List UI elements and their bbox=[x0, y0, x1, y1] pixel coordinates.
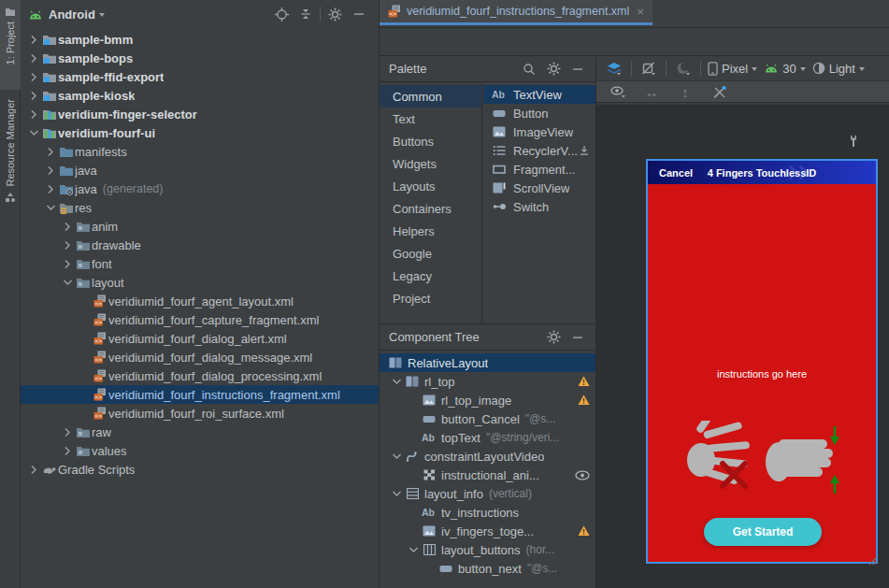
project-tree-item[interactable]: layout bbox=[21, 273, 379, 292]
project-tree-item[interactable]: <>veridiumid_fourf_agent_layout.xml bbox=[21, 292, 379, 310]
magic-wand-off-icon[interactable] bbox=[709, 81, 729, 102]
download-icon[interactable] bbox=[579, 145, 590, 156]
palette-category-project[interactable]: Project bbox=[380, 287, 481, 309]
layers-icon[interactable] bbox=[604, 58, 624, 79]
component-tree-node[interactable]: rl_top bbox=[380, 372, 595, 391]
palette-category-google[interactable]: Google bbox=[380, 242, 481, 265]
palette-category-legacy[interactable]: Legacy bbox=[380, 265, 481, 287]
project-tree-item[interactable]: <>veridiumid_fourf_roi_surface.xml bbox=[21, 404, 379, 423]
project-tree-item[interactable]: <>veridiumid_fourf_capture_fragment.xml bbox=[21, 310, 379, 329]
component-tree-node[interactable]: RelativeLayout bbox=[380, 353, 595, 372]
component-tree-node[interactable]: button_next"@s... bbox=[380, 559, 595, 578]
component-tree-node[interactable]: instructional_ani... bbox=[380, 466, 595, 484]
project-tree-item[interactable]: sample-bops bbox=[21, 49, 379, 67]
palette-category-widgets[interactable]: Widgets bbox=[380, 152, 481, 175]
tool-window-tab-resource-manager[interactable]: Resource Manager bbox=[0, 93, 21, 215]
hide-icon[interactable] bbox=[349, 4, 369, 24]
project-tree-item[interactable]: veridium-fourf-ui bbox=[21, 123, 379, 142]
settings-icon[interactable] bbox=[543, 327, 564, 348]
project-view-selector[interactable]: Android bbox=[49, 7, 105, 22]
settings-icon[interactable] bbox=[543, 59, 564, 79]
orientation-icon[interactable] bbox=[638, 58, 659, 79]
chevron-down-icon[interactable] bbox=[389, 451, 404, 463]
component-tree-node[interactable]: iv_fingers_toge... bbox=[380, 522, 595, 540]
chevron-right-icon[interactable] bbox=[60, 426, 75, 438]
palette-category-buttons[interactable]: Buttons bbox=[380, 130, 481, 152]
locate-icon[interactable] bbox=[271, 4, 292, 24]
chevron-right-icon[interactable] bbox=[26, 108, 41, 121]
project-tree-item[interactable]: sample-kiosk bbox=[21, 86, 379, 105]
project-tree-item[interactable]: veridium-finger-selector bbox=[21, 105, 379, 123]
palette-category-helpers[interactable]: Helpers bbox=[380, 220, 481, 242]
palette-item-fragment[interactable]: Fragment... bbox=[483, 160, 595, 179]
night-icon[interactable] bbox=[673, 58, 694, 79]
component-tree-node[interactable]: constraintLayoutVideo bbox=[380, 447, 595, 466]
project-tree-item[interactable]: <>veridiumid_fourf_instructions_fragment… bbox=[21, 385, 379, 404]
project-tree-item[interactable]: manifests bbox=[21, 142, 379, 161]
project-tree-item[interactable]: values bbox=[21, 441, 379, 460]
palette-category-layouts[interactable]: Layouts bbox=[380, 175, 481, 197]
palette-category-containers[interactable]: Containers bbox=[380, 197, 481, 220]
chevron-right-icon[interactable] bbox=[26, 464, 41, 476]
project-tree-item[interactable]: java(generated) bbox=[21, 179, 379, 198]
chevron-right-icon[interactable] bbox=[60, 445, 75, 457]
get-started-button[interactable]: Get Started bbox=[704, 518, 822, 546]
tool-window-tab-project[interactable]: 1: Project bbox=[0, 0, 21, 90]
device-preview[interactable]: Cancel 4 Fingers TouchlessID instruction… bbox=[646, 159, 878, 564]
project-tree-item[interactable]: anim bbox=[21, 217, 379, 236]
chevron-right-icon[interactable] bbox=[26, 52, 41, 65]
editor-tab[interactable]: <> veridiumid_fourf_instructions_fragmen… bbox=[380, 0, 652, 25]
visibility-eye-icon[interactable] bbox=[575, 470, 590, 480]
project-tree-item[interactable]: sample-bmm bbox=[21, 30, 379, 49]
component-tree-node[interactable]: layout_buttons(hor... bbox=[380, 540, 595, 559]
palette-category-common[interactable]: Common bbox=[380, 85, 481, 108]
hide-icon[interactable] bbox=[567, 327, 588, 348]
chevron-down-icon[interactable] bbox=[60, 277, 75, 289]
palette-item-switch[interactable]: Switch bbox=[483, 197, 595, 216]
palette-item-scrollview[interactable]: ScrollView bbox=[483, 179, 595, 197]
palette-item-textview[interactable]: AbTextView bbox=[483, 85, 595, 104]
component-tree-node[interactable]: button_Cancel"@s... bbox=[380, 409, 595, 428]
component-tree-node[interactable]: layout_info(vertical) bbox=[380, 484, 595, 503]
chevron-right-icon[interactable] bbox=[43, 183, 58, 195]
project-tree-item[interactable]: sample-ffid-export bbox=[21, 67, 379, 86]
chevron-down-icon[interactable] bbox=[406, 544, 421, 556]
project-tree-item[interactable]: drawable bbox=[21, 236, 379, 254]
theme-selector[interactable]: Light bbox=[812, 62, 865, 76]
chevron-right-icon[interactable] bbox=[26, 90, 41, 102]
view-options-eye-icon[interactable] bbox=[608, 81, 628, 102]
resize-handle[interactable] bbox=[868, 556, 878, 566]
chevron-right-icon[interactable] bbox=[43, 165, 58, 177]
palette-item-recyclerview[interactable]: RecyclerV... bbox=[483, 141, 595, 160]
project-tree-item[interactable]: <>veridiumid_fourf_dialog_processing.xml bbox=[21, 366, 379, 385]
component-tree-node[interactable]: Abtv_instructions bbox=[380, 503, 595, 522]
project-tree-item[interactable]: java bbox=[21, 161, 379, 179]
chevron-down-icon[interactable] bbox=[389, 376, 404, 388]
chevron-right-icon[interactable] bbox=[26, 71, 41, 83]
chevron-right-icon[interactable] bbox=[60, 221, 75, 233]
project-tree-item[interactable]: <>veridiumid_fourf_dialog_alert.xml bbox=[21, 329, 379, 348]
project-tree-item[interactable]: font bbox=[21, 254, 379, 273]
project-tree-item[interactable]: raw bbox=[21, 423, 379, 441]
palette-category-text[interactable]: Text bbox=[380, 108, 481, 130]
chevron-down-icon[interactable] bbox=[26, 127, 41, 139]
search-icon[interactable] bbox=[519, 59, 539, 79]
chevron-right-icon[interactable] bbox=[43, 146, 58, 158]
collapse-all-icon[interactable] bbox=[295, 4, 316, 24]
close-tab-icon[interactable]: × bbox=[637, 5, 644, 19]
chevron-down-icon[interactable] bbox=[389, 488, 404, 500]
palette-item-imageview[interactable]: ImageView bbox=[483, 122, 595, 141]
device-selector[interactable]: Pixel bbox=[708, 62, 757, 76]
component-tree-node[interactable]: AbtopText"@string/veri... bbox=[380, 428, 595, 447]
chevron-down-icon[interactable] bbox=[43, 202, 58, 214]
component-tree-node[interactable]: rl_top_image bbox=[380, 391, 595, 409]
project-tree-item[interactable]: <>veridiumid_fourf_dialog_message.xml bbox=[21, 348, 379, 366]
chevron-right-icon[interactable] bbox=[26, 34, 41, 46]
project-tree-item[interactable]: res bbox=[21, 198, 379, 217]
chevron-right-icon[interactable] bbox=[60, 239, 75, 251]
api-level-selector[interactable]: 30 bbox=[764, 62, 805, 76]
palette-item-button[interactable]: Button bbox=[483, 104, 595, 122]
design-canvas[interactable]: Cancel 4 Fingers TouchlessID instruction… bbox=[596, 105, 889, 588]
wrench-icon[interactable] bbox=[847, 135, 859, 148]
hide-icon[interactable] bbox=[567, 59, 588, 79]
